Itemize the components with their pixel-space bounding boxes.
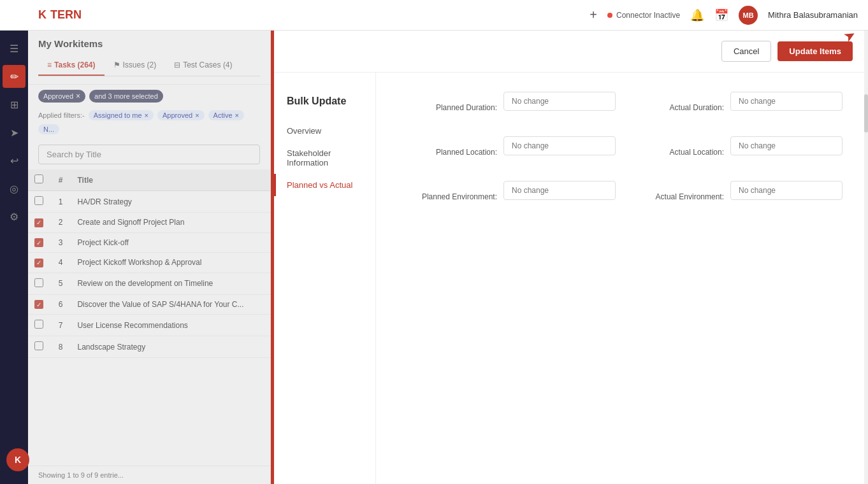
notification-icon[interactable]: 🔔 bbox=[690, 8, 704, 22]
table-container: # Title 1HA/DR Strategy✓2Create and Sign… bbox=[28, 169, 270, 466]
filter-tag-assigned[interactable]: Assigned to me × bbox=[89, 110, 154, 120]
tab-testcases[interactable]: ⊟ Test Cases (4) bbox=[165, 55, 241, 76]
table-row: ✓6Discover the Value of SAP S/4HANA for … bbox=[28, 294, 270, 315]
table-row: 1HA/DR Strategy bbox=[28, 191, 270, 213]
filter-tag-assigned-close[interactable]: × bbox=[145, 111, 148, 119]
filter-tag-active-close[interactable]: × bbox=[235, 111, 239, 119]
right-panel-header: Cancel Update Items ➤ bbox=[274, 31, 868, 73]
row-checkbox[interactable] bbox=[34, 320, 43, 329]
row-number: 6 bbox=[52, 294, 71, 315]
planned-duration-group: Planned Duration: bbox=[401, 92, 616, 124]
filter-tag-n[interactable]: N... bbox=[38, 124, 59, 134]
row-title: Project Kickoff Workshop & Approval bbox=[71, 253, 270, 273]
row-checkbox[interactable] bbox=[34, 278, 43, 287]
row-number: 7 bbox=[52, 315, 71, 336]
planned-location-label: Planned Location: bbox=[401, 148, 497, 157]
filter-tag-active[interactable]: Active × bbox=[208, 110, 244, 120]
table-row: 5Review on the development on Timeline bbox=[28, 273, 270, 294]
select-all-checkbox[interactable] bbox=[34, 174, 43, 183]
applied-filters-label: Applied filters:- bbox=[38, 111, 85, 119]
refresh-icon[interactable]: ↩ bbox=[3, 149, 25, 172]
chip-approved-close[interactable]: × bbox=[76, 92, 80, 101]
filter-chips: Approved × and 3 more selected bbox=[28, 85, 270, 108]
planned-environment-group: Planned Environment: bbox=[401, 181, 616, 213]
row-number: 3 bbox=[52, 232, 71, 253]
row-title: HA/DR Strategy bbox=[71, 191, 270, 213]
main-area: My Workitems ≡ Tasks (264) ⚑ Issues (2) … bbox=[28, 31, 868, 484]
row-title: Create and Signoff Project Plan bbox=[71, 213, 270, 233]
row-checkbox-checked[interactable]: ✓ bbox=[34, 259, 43, 267]
send-icon[interactable]: ➤ bbox=[3, 121, 25, 144]
logo-k: K bbox=[38, 8, 47, 22]
actual-duration-group: Actual Duration: bbox=[628, 92, 843, 124]
fields-container: Planned Duration: Actual Duration: bbox=[401, 92, 843, 225]
cancel-button[interactable]: Cancel bbox=[721, 41, 771, 62]
scrollbar-track bbox=[864, 31, 868, 484]
filter-tag-approved[interactable]: Approved × bbox=[157, 110, 205, 120]
row-number: 5 bbox=[52, 273, 71, 294]
col-checkbox bbox=[28, 169, 52, 191]
tab-issues[interactable]: ⚑ Issues (2) bbox=[105, 55, 166, 76]
planned-duration-input[interactable] bbox=[503, 92, 616, 111]
search-input[interactable] bbox=[38, 145, 260, 164]
circle-icon[interactable]: ◎ bbox=[3, 177, 25, 200]
bulk-update-title: Bulk Update bbox=[274, 85, 375, 120]
topbar-right: + Connector Inactive 🔔 📅 MB Mithra Balas… bbox=[590, 6, 858, 25]
planned-location-input[interactable] bbox=[503, 136, 616, 155]
planned-duration-label: Planned Duration: bbox=[401, 103, 497, 112]
row-number: 2 bbox=[52, 213, 71, 233]
settings-icon[interactable]: ⚙ bbox=[3, 205, 25, 228]
tab-issues-label: Issues (2) bbox=[123, 60, 157, 69]
add-icon[interactable]: + bbox=[590, 8, 597, 22]
showing-text: Showing 1 to 9 of 9 entrie... bbox=[28, 466, 270, 484]
filter-tag-approved-close[interactable]: × bbox=[195, 111, 199, 119]
avatar[interactable]: MB bbox=[739, 6, 758, 25]
nav-overview[interactable]: Overview bbox=[274, 120, 375, 142]
col-number: # bbox=[52, 169, 71, 191]
actual-environment-input[interactable] bbox=[730, 181, 843, 200]
actual-duration-label: Actual Duration: bbox=[628, 103, 724, 112]
tabs-container: ≡ Tasks (264) ⚑ Issues (2) ⊟ Test Cases … bbox=[38, 55, 260, 76]
nav-stakeholder[interactable]: Stakeholder Information bbox=[274, 142, 375, 174]
applied-filters: Applied filters:- Assigned to me × Appro… bbox=[28, 108, 270, 139]
actual-duration-input[interactable] bbox=[730, 92, 843, 111]
tab-tasks[interactable]: ≡ Tasks (264) bbox=[38, 55, 105, 76]
panel-title: My Workitems bbox=[38, 38, 260, 49]
row-number: 4 bbox=[52, 253, 71, 273]
menu-icon[interactable]: ☰ bbox=[3, 37, 25, 60]
actual-location-input[interactable] bbox=[730, 136, 843, 155]
chip-approved-label: Approved bbox=[43, 92, 73, 100]
row-checkbox[interactable] bbox=[34, 196, 43, 205]
row-number: 1 bbox=[52, 191, 71, 213]
table-row: ✓4Project Kickoff Workshop & Approval bbox=[28, 253, 270, 273]
search-box bbox=[38, 145, 260, 164]
section-nav: Bulk Update Overview Stakeholder Informa… bbox=[274, 73, 376, 484]
tab-testcases-icon: ⊟ bbox=[174, 60, 180, 69]
connector-dot bbox=[607, 13, 612, 18]
row-checkbox-checked[interactable]: ✓ bbox=[34, 300, 43, 309]
connector-status: Connector Inactive bbox=[607, 11, 680, 20]
row-title: User License Recommendations bbox=[71, 315, 270, 336]
planned-environment-input[interactable] bbox=[503, 181, 616, 200]
form-area: Planned Duration: Actual Duration: bbox=[376, 73, 868, 484]
logo-text: TERN bbox=[50, 8, 82, 22]
edit-icon[interactable]: ✏ bbox=[3, 65, 25, 88]
right-panel: Cancel Update Items ➤ Bulk Update Overvi… bbox=[274, 31, 868, 484]
row-number: 8 bbox=[52, 336, 71, 358]
chatbot-button[interactable]: K bbox=[6, 448, 29, 471]
chip-approved[interactable]: Approved × bbox=[38, 90, 85, 103]
table-row: ✓2Create and Signoff Project Plan bbox=[28, 213, 270, 233]
row-checkbox[interactable] bbox=[34, 341, 43, 350]
filter-tag-approved-label: Approved bbox=[163, 111, 192, 119]
calendar-icon[interactable]: 📅 bbox=[714, 8, 728, 22]
row-checkbox-checked[interactable]: ✓ bbox=[34, 238, 43, 247]
grid-icon[interactable]: ⊞ bbox=[3, 93, 25, 116]
col-title: Title bbox=[71, 169, 270, 191]
nav-planned-vs-actual[interactable]: Planned vs Actual bbox=[274, 174, 375, 196]
row-checkbox-checked[interactable]: ✓ bbox=[34, 218, 43, 227]
scrollbar-thumb[interactable] bbox=[864, 94, 868, 132]
update-items-button[interactable]: Update Items bbox=[778, 41, 853, 61]
actual-environment-label: Actual Environment: bbox=[628, 192, 724, 201]
row-title: Review on the development on Timeline bbox=[71, 273, 270, 294]
chip-more[interactable]: and 3 more selected bbox=[89, 90, 163, 103]
